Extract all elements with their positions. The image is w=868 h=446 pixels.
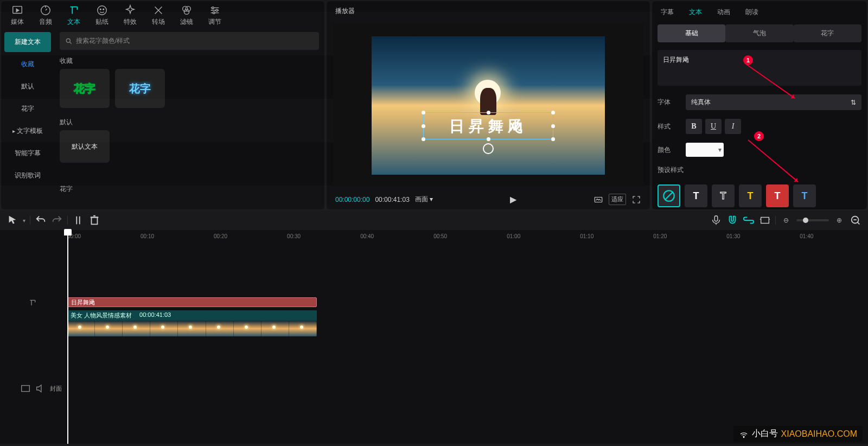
nav-media[interactable]: 媒体: [11, 4, 24, 27]
svg-point-9: [216, 9, 218, 11]
svg-rect-18: [22, 386, 30, 392]
subtab-bubble[interactable]: 气泡: [725, 24, 793, 42]
default-text-thumb[interactable]: 默认文本: [60, 130, 110, 163]
svg-point-7: [184, 9, 189, 14]
svg-rect-15: [714, 216, 718, 221]
nav-audio[interactable]: 音频: [39, 4, 52, 27]
timeline-ruler[interactable]: 00:0000:1000:20 00:3000:4000:50 01:0001:…: [0, 230, 868, 242]
search-input[interactable]: 搜索花字颜色/样式: [60, 32, 319, 50]
video-preview: 日昇舞飏: [372, 36, 605, 175]
underline-button[interactable]: U: [705, 119, 722, 134]
chevron-updown-icon: ⇅: [851, 99, 856, 106]
svg-point-10: [213, 12, 215, 14]
section-default: 默认: [60, 118, 319, 127]
overlay-text: 日昇舞飏: [424, 113, 553, 140]
label-preset: 预设样式: [658, 165, 684, 175]
cursor-dropdown[interactable]: ▾: [23, 218, 25, 224]
redo-button[interactable]: [51, 214, 63, 226]
preset-outline[interactable]: T: [712, 184, 735, 207]
text-track-icon: [0, 296, 65, 309]
player-canvas[interactable]: 日昇舞飏: [333, 23, 643, 187]
svg-rect-16: [761, 218, 769, 224]
label-style: 样式: [658, 122, 679, 131]
video-clip[interactable]: 美女 人物风景情感素材 00:00:41:03: [67, 310, 317, 336]
time-total: 00:00:41:03: [375, 196, 409, 203]
annotation-marker-1: 1: [743, 55, 753, 65]
preview-icon[interactable]: [759, 214, 771, 226]
sidebar-new-text[interactable]: 新建文本: [4, 32, 51, 52]
play-button[interactable]: ▶: [510, 194, 516, 205]
search-icon: [65, 37, 73, 45]
wifi-icon: [739, 429, 749, 439]
cover-button[interactable]: 封面: [50, 385, 62, 393]
svg-point-19: [743, 437, 744, 438]
quality-icon[interactable]: [593, 195, 603, 205]
subtab-fancy[interactable]: 花字: [794, 24, 861, 42]
fancy-text-thumb-2[interactable]: 花字: [115, 69, 165, 108]
text-content-input[interactable]: 日昇舞飏: [658, 50, 861, 86]
playhead[interactable]: [67, 230, 68, 444]
video-clip-duration: 00:00:41:03: [139, 311, 171, 320]
label-color: 颜色: [658, 145, 679, 155]
nav-adjust[interactable]: 调节: [208, 4, 221, 27]
subtab-basic[interactable]: 基础: [658, 24, 725, 42]
track-mute-icon[interactable]: [35, 383, 47, 394]
font-select[interactable]: 纯真体⇅: [686, 94, 861, 110]
preset-yellow[interactable]: T: [739, 184, 762, 207]
italic-button[interactable]: I: [725, 119, 741, 134]
tab-read[interactable]: 朗读: [745, 8, 758, 17]
annotation-marker-2: 2: [754, 131, 764, 141]
nav-sticker[interactable]: 贴纸: [95, 4, 108, 27]
sidebar-favorite[interactable]: 收藏: [4, 54, 51, 74]
zoom-in-button[interactable]: ⊕: [833, 214, 845, 226]
fit-label[interactable]: 适应: [609, 194, 626, 205]
rotate-icon[interactable]: [483, 143, 494, 154]
track-lock-icon[interactable]: [20, 383, 31, 394]
svg-point-4: [103, 9, 104, 10]
nav-effect[interactable]: 特效: [124, 4, 137, 27]
time-current: 00:00:00:00: [335, 196, 369, 203]
undo-button[interactable]: [35, 214, 47, 226]
svg-point-11: [66, 39, 70, 42]
zoom-out-button[interactable]: ⊖: [780, 214, 792, 226]
video-clip-name: 美女 人物风景情感素材: [71, 311, 132, 320]
zoom-fit-button[interactable]: [850, 214, 861, 226]
preset-white[interactable]: T: [685, 184, 707, 207]
nav-filter[interactable]: 滤镜: [180, 4, 193, 27]
section-favorite: 收藏: [60, 56, 319, 66]
tab-animation[interactable]: 动画: [717, 8, 730, 17]
nav-text[interactable]: 文本: [67, 4, 80, 27]
mic-icon[interactable]: [710, 214, 722, 226]
brand-watermark: 小白号XIAOBAIHAO.COM: [733, 426, 863, 442]
sidebar-default[interactable]: 默认: [4, 77, 51, 97]
delete-button[interactable]: [88, 214, 100, 226]
player-title: 播放器: [327, 1, 650, 21]
preset-red[interactable]: T: [766, 184, 789, 207]
fullscreen-icon[interactable]: [631, 195, 641, 205]
cursor-tool[interactable]: [7, 214, 18, 226]
sidebar-smart-subtitle[interactable]: 智能字幕: [4, 143, 51, 163]
bold-button[interactable]: B: [686, 119, 702, 134]
link-icon[interactable]: [743, 214, 755, 226]
text-overlay-bbox[interactable]: 日昇舞飏: [423, 112, 553, 139]
svg-point-6: [186, 7, 190, 11]
fancy-text-thumb-1[interactable]: 花字: [60, 69, 110, 108]
sidebar-recognize-lyrics[interactable]: 识别歌词: [4, 165, 51, 186]
search-placeholder: 搜索花字颜色/样式: [76, 36, 130, 46]
ratio-dropdown[interactable]: 画面 ▾: [415, 195, 433, 204]
svg-rect-14: [92, 218, 98, 225]
text-clip[interactable]: 日昇舞飏: [67, 297, 317, 307]
tab-subtitle[interactable]: 字幕: [661, 8, 674, 17]
tab-text[interactable]: 文本: [689, 8, 702, 17]
svg-point-8: [212, 7, 214, 9]
color-select[interactable]: ▾: [686, 143, 724, 157]
sidebar-fancy-text[interactable]: 花字: [4, 99, 51, 119]
preset-blue[interactable]: T: [793, 184, 816, 207]
nav-transition[interactable]: 转场: [152, 4, 165, 27]
split-button[interactable]: [72, 214, 84, 226]
zoom-slider[interactable]: [796, 219, 829, 221]
svg-point-2: [98, 6, 107, 15]
preset-none[interactable]: [658, 184, 680, 207]
magnet-icon[interactable]: [726, 214, 738, 226]
sidebar-text-template[interactable]: 文字模板: [4, 121, 51, 141]
